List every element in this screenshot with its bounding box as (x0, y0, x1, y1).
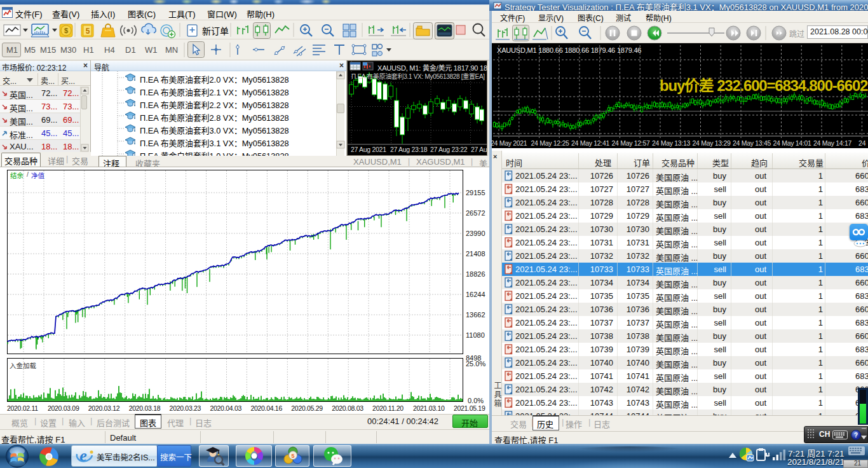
svg-text:5: 5 (291, 453, 294, 459)
svg-text:?: ? (854, 432, 858, 439)
